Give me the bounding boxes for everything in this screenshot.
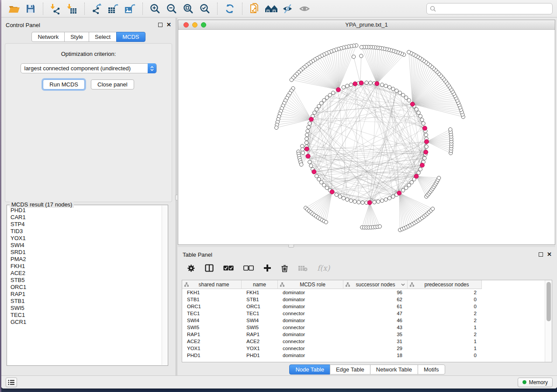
network-node[interactable] — [387, 196, 391, 200]
table-row[interactable]: ACE2ACE2connector311 — [182, 338, 545, 345]
table-row[interactable]: SWI5SWI5connector431 — [182, 324, 545, 331]
mcds-hub-node[interactable] — [410, 102, 415, 107]
mcds-result-item[interactable]: PMA2 — [8, 256, 161, 263]
network-node[interactable] — [373, 200, 376, 204]
network-node[interactable] — [342, 196, 345, 200]
maximize-window-traffic-light[interactable] — [201, 22, 206, 28]
mcds-result-item[interactable]: STB1 — [8, 298, 161, 305]
zoom-in-button[interactable] — [147, 1, 163, 16]
network-node[interactable] — [384, 198, 387, 201]
column-header-predecessor-nodes[interactable]: predecessor nodes — [408, 280, 482, 289]
network-node[interactable] — [424, 133, 428, 137]
export-table-button[interactable] — [105, 1, 122, 16]
column-header-shared-name[interactable]: shared name — [182, 280, 242, 289]
network-node[interactable] — [401, 189, 405, 192]
table-row[interactable]: PHD1PHD1dominator180 — [182, 352, 545, 359]
column-header-mcds-role[interactable]: MCDS role — [278, 280, 343, 289]
mcds-result-item[interactable]: FKH1 — [8, 263, 161, 270]
float-table-panel-button[interactable] — [539, 252, 543, 257]
network-node[interactable] — [380, 199, 384, 203]
apply-preferred-layout-button[interactable] — [221, 1, 238, 16]
network-node[interactable] — [420, 118, 424, 121]
network-node[interactable] — [306, 129, 309, 133]
mcds-result-item[interactable]: PHD1 — [8, 207, 161, 214]
mcds-hub-node[interactable] — [304, 147, 309, 151]
network-node[interactable] — [401, 93, 405, 97]
hide-selected-button[interactable] — [280, 1, 296, 16]
network-node[interactable] — [410, 180, 413, 184]
network-node[interactable] — [315, 107, 318, 111]
network-node[interactable] — [309, 164, 313, 167]
network-node[interactable] — [384, 84, 387, 88]
close-table-panel-button[interactable]: ✕ — [547, 252, 552, 257]
network-node[interactable] — [349, 199, 353, 203]
network-node[interactable] — [346, 84, 349, 88]
network-canvas[interactable] — [178, 30, 555, 244]
minimize-window-traffic-light[interactable] — [192, 22, 197, 28]
mcds-result-item[interactable]: RAP1 — [8, 291, 161, 298]
open-file-button[interactable] — [6, 1, 22, 16]
network-node[interactable] — [319, 180, 323, 184]
network-node[interactable] — [380, 83, 384, 86]
mcds-result-item[interactable]: TEC1 — [8, 312, 161, 319]
network-node[interactable] — [422, 122, 425, 125]
table-row[interactable]: TEC1TEC1connector472 — [182, 310, 545, 317]
network-node[interactable] — [305, 133, 309, 137]
add-row-button[interactable] — [263, 264, 271, 272]
mcds-hub-node[interactable] — [420, 163, 424, 167]
import-network-button[interactable] — [47, 1, 64, 16]
float-panel-button[interactable] — [158, 23, 163, 27]
tab-select[interactable]: Select — [89, 32, 117, 42]
network-node[interactable] — [331, 91, 335, 94]
zoom-out-button[interactable] — [163, 1, 180, 16]
mcds-result-item[interactable]: TID3 — [8, 228, 161, 235]
network-node[interactable] — [425, 145, 428, 148]
network-node[interactable] — [377, 200, 380, 203]
tab-node-table[interactable]: Node Table — [289, 364, 330, 375]
mcds-hub-node[interactable] — [375, 82, 379, 86]
tab-mcds[interactable]: MCDS — [116, 32, 145, 42]
splitter-handle[interactable] — [288, 244, 294, 248]
network-node[interactable] — [349, 83, 353, 86]
network-node[interactable] — [431, 207, 434, 210]
export-network-button[interactable] — [89, 1, 105, 16]
tab-edge-table[interactable]: Edge Table — [330, 364, 370, 375]
tab-style[interactable]: Style — [64, 32, 89, 42]
mcds-result-list[interactable]: PHD1CAR1STP4TID3YOX1SWI4SRD1PMA2FKH1ACE2… — [8, 207, 161, 364]
import-table-button[interactable] — [64, 1, 80, 16]
mcds-hub-node[interactable] — [359, 81, 363, 85]
network-node[interactable] — [304, 141, 308, 144]
memory-button[interactable]: Memory — [518, 378, 553, 387]
network-node[interactable] — [352, 55, 355, 58]
network-node[interactable] — [419, 168, 422, 171]
mcds-hub-node[interactable] — [367, 200, 372, 205]
save-session-button[interactable] — [22, 1, 39, 16]
mcds-hub-node[interactable] — [336, 88, 340, 92]
network-node[interactable] — [407, 99, 411, 102]
network-node[interactable] — [317, 177, 321, 181]
table-row[interactable]: STB1STB1dominator620 — [182, 296, 545, 303]
table-row[interactable]: FKH1FKH1dominator962 — [182, 289, 545, 296]
tab-network[interactable]: Network — [31, 32, 65, 42]
network-node[interactable] — [301, 144, 304, 148]
network-node[interactable] — [308, 122, 311, 125]
show-all-button[interactable] — [296, 1, 313, 16]
network-node[interactable] — [305, 137, 308, 141]
network-node[interactable] — [395, 89, 398, 93]
mcds-result-item[interactable]: GCR1 — [8, 319, 161, 326]
network-node[interactable] — [357, 200, 360, 204]
mcds-hub-node[interactable] — [414, 174, 419, 179]
mcds-hub-node[interactable] — [353, 82, 357, 86]
show-task-history-button[interactable] — [6, 378, 17, 387]
column-header-successor-nodes[interactable]: successor nodes — [343, 280, 408, 289]
network-node[interactable] — [301, 148, 304, 151]
delete-row-button[interactable] — [281, 264, 288, 272]
network-node[interactable] — [301, 151, 304, 155]
mcds-hub-node[interactable] — [424, 140, 429, 144]
network-node[interactable] — [449, 127, 452, 131]
network-node[interactable] — [404, 186, 408, 189]
select-all-button[interactable] — [223, 265, 234, 271]
network-node[interactable] — [325, 96, 329, 99]
network-node[interactable] — [335, 193, 338, 196]
zoom-selected-button[interactable] — [197, 1, 213, 16]
